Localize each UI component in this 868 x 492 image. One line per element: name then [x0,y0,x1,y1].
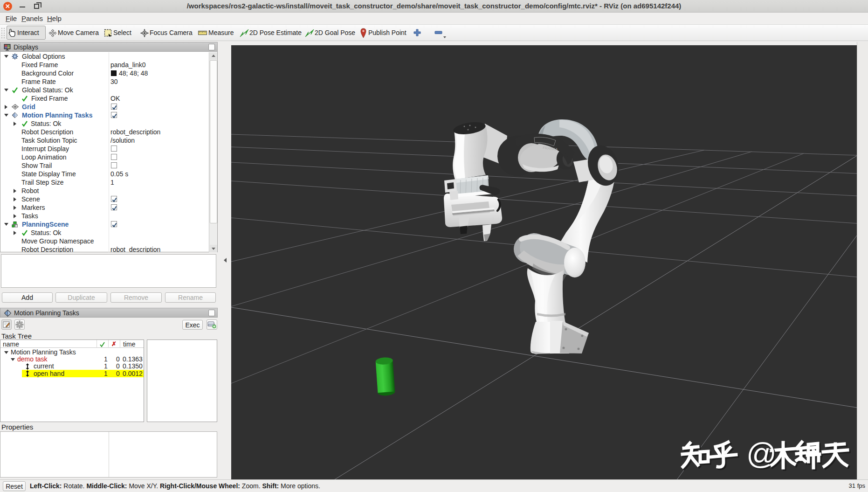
svg-text:@: @ [746,437,777,471]
